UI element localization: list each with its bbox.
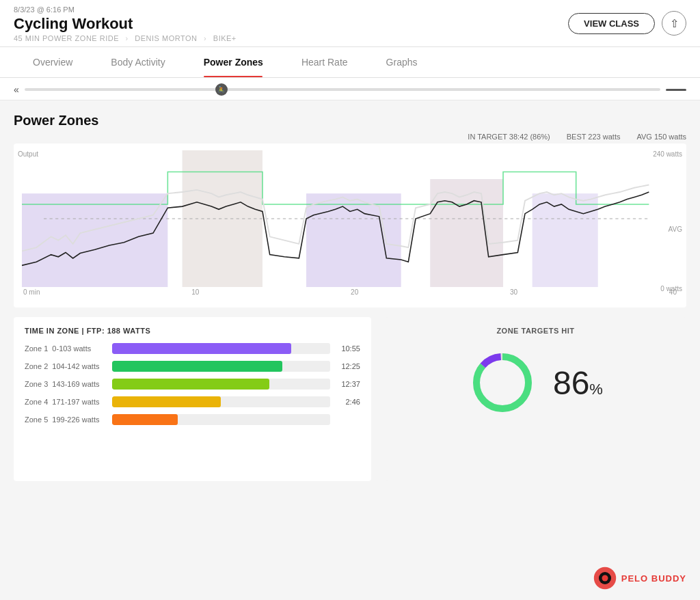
svg-rect-2 bbox=[306, 194, 401, 288]
stat-best: BEST 223 watts bbox=[567, 133, 621, 141]
zone-1-label: Zone 1 0-103 watts bbox=[25, 344, 107, 353]
tab-body-activity[interactable]: Body Activity bbox=[92, 47, 184, 77]
zone-row-5: Zone 5 199-226 watts bbox=[25, 414, 360, 425]
double-chevron-icon: « bbox=[14, 85, 19, 94]
percent-symbol: % bbox=[589, 381, 603, 398]
tab-power-zones[interactable]: Power Zones bbox=[185, 47, 282, 77]
zone-3-label: Zone 3 143-169 watts bbox=[25, 380, 107, 388]
subtitle-type: BIKE+ bbox=[213, 34, 237, 42]
chart-y-max: 240 watts bbox=[653, 150, 682, 158]
cyclist-icon: 🚴 bbox=[217, 86, 225, 93]
zone-5-bar bbox=[112, 414, 178, 425]
svg-point-11 bbox=[483, 364, 522, 402]
zone-4-time: 2:46 bbox=[336, 398, 360, 406]
zone-2-time: 12:25 bbox=[336, 362, 360, 370]
share-icon: ⇧ bbox=[670, 17, 679, 30]
progress-end-marker bbox=[666, 89, 686, 91]
section-title: Power Zones bbox=[14, 113, 686, 128]
zone-row-4: Zone 4 171-197 watts 2:46 bbox=[25, 396, 360, 407]
time-in-zone-panel: TIME IN ZONE | FTP: 188 watts Zone 1 0-1… bbox=[14, 317, 371, 481]
zone-targets-percent: 86% bbox=[553, 364, 603, 402]
zone-5-bar-bg bbox=[112, 414, 330, 425]
progress-thumb[interactable]: 🚴 bbox=[215, 83, 228, 96]
stat-avg: AVG 150 watts bbox=[636, 133, 686, 141]
zone-row-3: Zone 3 143-169 watts 12:37 bbox=[25, 379, 360, 390]
zone-3-time: 12:37 bbox=[336, 380, 360, 388]
zone-1-bar-bg bbox=[112, 343, 330, 354]
chart-avg-label: AVG bbox=[669, 226, 682, 233]
zone-3-bar bbox=[112, 379, 269, 390]
progress-area: « 🚴 bbox=[0, 78, 700, 100]
x-label-0: 0 min bbox=[23, 288, 40, 296]
zone-1-time: 10:55 bbox=[336, 344, 360, 353]
tab-heart-rate[interactable]: Heart Rate bbox=[282, 47, 367, 77]
view-class-button[interactable]: VIEW CLASS bbox=[568, 13, 655, 34]
pelo-buddy-icon bbox=[593, 566, 617, 590]
tab-graphs[interactable]: Graphs bbox=[367, 47, 437, 77]
zone-2-bar bbox=[112, 361, 282, 372]
svg-point-14 bbox=[602, 575, 608, 582]
x-label-30: 30 bbox=[510, 288, 517, 296]
zone-row-1: Zone 1 0-103 watts 10:55 bbox=[25, 343, 360, 354]
zone-4-bar-bg bbox=[112, 396, 330, 407]
progress-track[interactable]: 🚴 bbox=[25, 88, 660, 91]
chart-y-label: Output bbox=[18, 150, 38, 158]
zone-2-label: Zone 2 104-142 watts bbox=[25, 362, 107, 370]
zone-row-2: Zone 2 104-142 watts 12:25 bbox=[25, 361, 360, 372]
bottom-row: TIME IN ZONE | FTP: 188 watts Zone 1 0-1… bbox=[14, 317, 686, 481]
x-label-10: 10 bbox=[191, 288, 199, 296]
app-header: 8/3/23 @ 6:16 PM Cycling Workout 45 MIN … bbox=[0, 0, 700, 47]
zone-1-bar bbox=[112, 343, 291, 354]
tab-overview[interactable]: Overview bbox=[14, 47, 92, 77]
percent-value: 86 bbox=[553, 365, 589, 401]
tiz-title: TIME IN ZONE | FTP: 188 watts bbox=[25, 327, 360, 335]
stat-in-target: IN TARGET 38:42 (86%) bbox=[468, 133, 550, 141]
power-zone-chart: Output 240 watts AVG 0 watts 0 min 1 bbox=[14, 144, 686, 308]
main-content: Power Zones IN TARGET 38:42 (86%) BEST 2… bbox=[0, 100, 700, 600]
pelo-buddy-logo: PELO BUDDY bbox=[593, 566, 686, 590]
svg-rect-0 bbox=[22, 194, 167, 288]
zone-3-bar-bg bbox=[112, 379, 330, 390]
chart-stats: IN TARGET 38:42 (86%) BEST 223 watts AVG… bbox=[14, 133, 686, 141]
zone-targets-panel: ZONE TARGETS HIT 86% bbox=[385, 317, 686, 481]
x-label-20: 20 bbox=[351, 288, 358, 296]
zone-4-bar bbox=[112, 396, 221, 407]
donut-svg bbox=[468, 349, 537, 417]
zone-2-bar-bg bbox=[112, 361, 330, 372]
header-subtitle: 45 MIN POWER ZONE RIDE › DENIS MORTON › … bbox=[14, 34, 686, 42]
donut-chart bbox=[468, 349, 537, 417]
zone-targets-content: 86% bbox=[468, 349, 603, 417]
header-actions: VIEW CLASS ⇧ bbox=[568, 11, 686, 36]
svg-rect-4 bbox=[533, 194, 598, 288]
zone-4-label: Zone 4 171-197 watts bbox=[25, 398, 107, 406]
chart-x-labels: 0 min 10 20 30 40 bbox=[22, 288, 678, 296]
share-button[interactable]: ⇧ bbox=[662, 11, 686, 36]
nav-tabs: Overview Body Activity Power Zones Heart… bbox=[0, 47, 700, 78]
chart-svg bbox=[22, 150, 678, 287]
subtitle-instructor: DENIS MORTON bbox=[135, 34, 197, 42]
pelo-buddy-text: PELO BUDDY bbox=[621, 573, 686, 584]
chart-y-min: 0 watts bbox=[660, 285, 682, 292]
zone-5-label: Zone 5 199-226 watts bbox=[25, 415, 107, 424]
zone-targets-title: ZONE TARGETS HIT bbox=[496, 327, 574, 335]
subtitle-duration: 45 MIN POWER ZONE RIDE bbox=[14, 34, 119, 42]
